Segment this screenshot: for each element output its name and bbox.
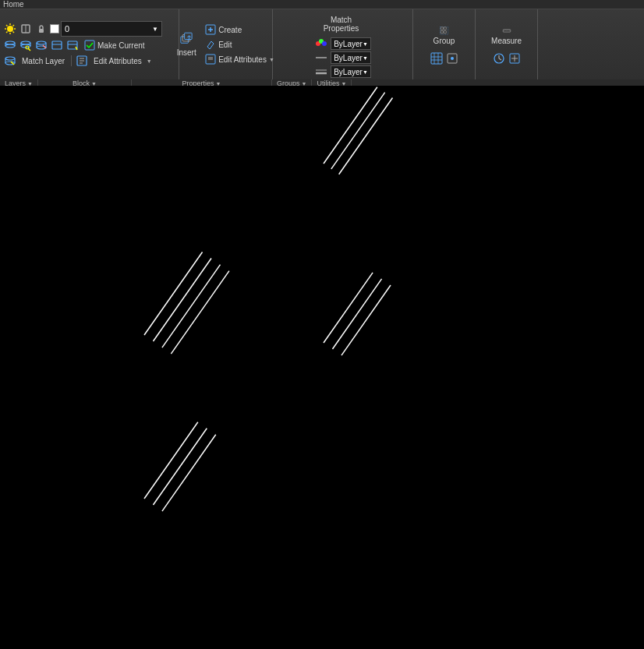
match-properties-icon-btn[interactable]: Match Properties: [329, 11, 354, 36]
utilities-section: Measure: [476, 9, 538, 79]
svg-line-8: [6, 32, 8, 34]
utilities-sub-btns: [492, 51, 522, 65]
groups-section: Group: [413, 9, 476, 79]
match-layer-label: Match Layer: [22, 57, 65, 65]
util-btn1[interactable]: [492, 51, 506, 65]
lineweight-value: ByLayer: [334, 68, 363, 76]
layer-sun-icon-btn[interactable]: [3, 22, 17, 36]
edit-label: Edit: [218, 41, 232, 49]
edit-attributes-block-label: Edit Attributes: [218, 55, 267, 64]
layer-row-1: 0 ▼: [3, 21, 175, 37]
svg-line-6: [13, 32, 15, 34]
svg-point-22: [37, 41, 46, 44]
linetype-dd-arrow: ▼: [363, 55, 368, 61]
group-icon-btn[interactable]: Group: [432, 23, 457, 48]
create-btn[interactable]: Create: [202, 23, 278, 37]
make-current-btn[interactable]: Make Current: [81, 38, 148, 52]
edit-btn[interactable]: Edit: [202, 37, 278, 51]
lineweight-icon: [314, 66, 328, 77]
layer-icon2-btn[interactable]: [19, 38, 33, 52]
match-properties-label: Match Properties: [322, 16, 361, 33]
property-dropdowns: ByLayer ▼ ByLayer ▼: [314, 37, 371, 78]
color-icon: [314, 38, 328, 49]
measure-label: Measure: [491, 37, 522, 45]
lineweight-dropdown[interactable]: ByLayer ▼: [331, 65, 371, 78]
svg-rect-63: [444, 31, 446, 34]
canvas-area[interactable]: [0, 86, 644, 649]
toolbar-info: Home: [3, 0, 24, 9]
properties-section: Match Properties: [273, 9, 413, 79]
lineweight-dd-arrow: ▼: [363, 69, 368, 75]
match-props-area: Match Properties: [329, 11, 354, 36]
svg-line-7: [13, 25, 15, 26]
linetype-icon: [314, 52, 328, 63]
svg-point-56: [322, 41, 327, 46]
group-btn1[interactable]: [430, 51, 444, 65]
color-value: ByLayer: [334, 40, 363, 48]
insert-icon-btn[interactable]: Insert: [174, 32, 199, 57]
svg-rect-32: [85, 41, 94, 50]
drawing-canvas[interactable]: [0, 86, 644, 649]
properties-content: Match Properties: [276, 11, 409, 78]
svg-rect-61: [444, 27, 446, 30]
color-dd-arrow: ▼: [363, 41, 368, 47]
svg-line-5: [6, 25, 8, 26]
color-dropdown[interactable]: ByLayer ▼: [331, 37, 371, 50]
block-main-row: Insert Create: [174, 11, 278, 78]
group-label: Group: [433, 37, 455, 45]
layer-icon3-btn[interactable]: [34, 38, 48, 52]
group-btn2[interactable]: [445, 51, 459, 65]
edit-attrs-caret[interactable]: ▼: [147, 58, 152, 64]
group-sub-btns: [430, 51, 459, 65]
insert-label: Insert: [177, 48, 196, 57]
layer-icon5-btn[interactable]: [65, 38, 80, 52]
layer-dropdown[interactable]: 0 ▼: [61, 21, 162, 37]
layer-lock-icon-btn[interactable]: [34, 22, 48, 36]
edit-attrs-icon-btn[interactable]: [75, 54, 89, 68]
layer-row-3: Match Layer Edit Attributes: [3, 54, 175, 68]
layers-content: 0 ▼: [3, 11, 175, 78]
svg-rect-65: [431, 53, 442, 64]
edit-attributes-btn[interactable]: Edit Attributes: [90, 55, 145, 67]
layer-icon1-btn[interactable]: [3, 38, 17, 52]
lineweight-row: ByLayer ▼: [314, 65, 371, 78]
layer-match-icon-btn[interactable]: [3, 54, 17, 68]
svg-rect-27: [52, 41, 62, 49]
util-btn2[interactable]: [508, 51, 522, 65]
svg-point-0: [7, 26, 13, 32]
svg-line-48: [211, 41, 214, 44]
svg-rect-60: [441, 27, 443, 30]
match-layer-btn[interactable]: Match Layer: [19, 55, 68, 67]
toolbar-top-bar: Home: [0, 0, 644, 9]
layer-dropdown-arrow: ▼: [152, 26, 158, 33]
color-row: ByLayer ▼: [314, 37, 371, 50]
svg-point-71: [451, 57, 454, 60]
layer-freeze-icon-btn[interactable]: [19, 22, 33, 36]
divider1: [71, 55, 72, 66]
toolbar: Home: [0, 0, 644, 86]
linetype-row: ByLayer ▼: [314, 51, 371, 64]
svg-line-80: [499, 58, 501, 60]
layers-section: 0 ▼: [0, 9, 179, 79]
make-current-label: Make Current: [97, 41, 145, 50]
utilities-content: Measure: [479, 11, 534, 78]
edit-attributes-block-btn[interactable]: Edit Attributes ▼: [202, 52, 278, 66]
svg-point-13: [5, 44, 15, 48]
layer-icon4-btn[interactable]: [50, 38, 64, 52]
block-actions: Create Edit: [202, 23, 278, 66]
layer-row-2: Make Current: [3, 38, 175, 52]
layer-value: 0: [65, 24, 69, 34]
layer-color-swatch[interactable]: [50, 24, 59, 34]
svg-rect-62: [441, 31, 443, 34]
create-label: Create: [218, 26, 242, 34]
linetype-dropdown[interactable]: ByLayer ▼: [331, 51, 371, 64]
linetype-value: ByLayer: [334, 54, 363, 62]
block-content: Insert Create: [182, 11, 269, 78]
block-section: Insert Create: [179, 9, 273, 79]
measure-icon-btn[interactable]: Measure: [494, 23, 519, 48]
groups-content: Group: [416, 11, 472, 78]
edit-attributes-label: Edit Attributes: [94, 57, 142, 65]
svg-rect-11: [39, 29, 44, 33]
svg-point-33: [5, 57, 15, 60]
toolbar-main: 0 ▼: [0, 9, 644, 79]
